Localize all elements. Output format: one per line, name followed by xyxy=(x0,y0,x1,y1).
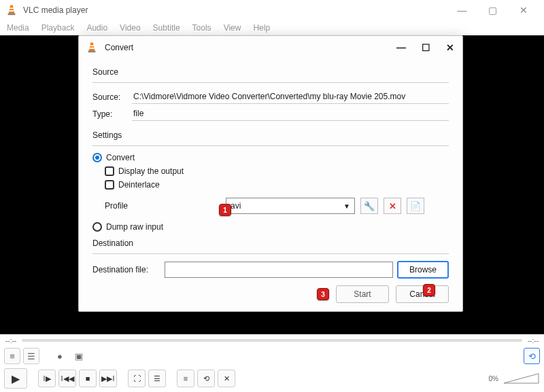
menu-media[interactable]: Media xyxy=(7,23,29,33)
svg-rect-1 xyxy=(8,14,16,16)
dialog-title: Convert xyxy=(105,43,396,52)
deinterlace-label: Deinterlace xyxy=(118,180,160,190)
profile-select[interactable]: avi ▼ xyxy=(226,198,355,214)
annotation-badge-1: 1 xyxy=(219,204,231,216)
browse-button[interactable]: Browse xyxy=(397,261,449,279)
divider xyxy=(92,145,449,146)
menu-tools[interactable]: Tools xyxy=(192,23,211,33)
main-titlebar: VLC media player — ▢ ✕ xyxy=(0,0,544,20)
time-total: --:-- xyxy=(528,337,539,344)
convert-radio-label: Convert xyxy=(106,153,135,162)
destination-section-label: Destination xyxy=(92,238,449,248)
delete-profile-button[interactable]: ✕ xyxy=(384,198,401,214)
delete-icon: ✕ xyxy=(389,201,396,211)
display-output-label: Display the output xyxy=(118,166,184,176)
snapshot-button[interactable]: ▣ xyxy=(71,348,87,364)
close-button[interactable]: ✕ xyxy=(508,1,539,20)
source-value: C:\Vidmore\Vidmore Video Converter\Conve… xyxy=(132,90,449,104)
loop-ab-button[interactable]: ⟲ xyxy=(524,348,540,364)
playlist-view-button[interactable]: ☰ xyxy=(23,348,39,364)
dump-raw-radio[interactable] xyxy=(92,222,102,232)
menubar: Media Playback Audio Video Subtitle Tool… xyxy=(0,20,544,35)
annotation-badge-2: 2 xyxy=(423,284,435,296)
minimize-button[interactable]: — xyxy=(447,1,477,20)
convert-radio[interactable] xyxy=(92,153,102,162)
vlc-cone-icon xyxy=(86,41,98,54)
cancel-button[interactable]: Cancel xyxy=(396,285,449,303)
svg-marker-4 xyxy=(504,374,539,383)
main-window-title: VLC media player xyxy=(23,5,447,15)
loop-button[interactable]: ⟲ xyxy=(197,370,215,387)
dialog-minimize-button[interactable]: — xyxy=(396,42,407,53)
start-button[interactable]: Start xyxy=(336,285,389,303)
convert-dialog: Convert — ☐ ✕ Source Source: C:\Vidmore\… xyxy=(78,35,463,312)
divider xyxy=(92,82,449,83)
type-label: Type: xyxy=(92,109,126,119)
previous-button[interactable]: I◀◀ xyxy=(58,370,76,387)
playlist-button[interactable]: ≡ xyxy=(177,370,194,387)
svg-rect-8 xyxy=(89,48,95,49)
shuffle-button[interactable]: ✕ xyxy=(218,370,235,387)
svg-rect-2 xyxy=(10,7,14,9)
time-elapsed: --:-- xyxy=(5,337,16,344)
new-profile-icon: 📄 xyxy=(410,201,421,211)
vlc-cone-icon xyxy=(5,4,18,16)
menu-help[interactable]: Help xyxy=(253,23,270,33)
dialog-close-button[interactable]: ✕ xyxy=(445,42,456,53)
profile-label: Profile xyxy=(105,201,220,211)
source-label: Source: xyxy=(92,92,126,102)
annotation-badge-3: 3 xyxy=(317,288,329,300)
frame-step-button[interactable]: I▶ xyxy=(38,370,56,387)
stop-button[interactable]: ■ xyxy=(79,370,97,387)
menu-subtitle[interactable]: Subtitle xyxy=(153,23,180,33)
display-output-checkbox[interactable] xyxy=(105,166,114,176)
svg-marker-5 xyxy=(89,43,95,52)
menu-audio[interactable]: Audio xyxy=(86,23,107,33)
chevron-down-icon: ▼ xyxy=(343,202,350,210)
edit-profile-button[interactable]: 🔧 xyxy=(360,198,378,214)
wrench-icon: 🔧 xyxy=(364,201,375,211)
playlist-toggle-button[interactable]: ≡ xyxy=(4,348,20,364)
destination-file-label: Destination file: xyxy=(92,265,160,274)
new-profile-button[interactable]: 📄 xyxy=(407,198,424,214)
extended-settings-button[interactable]: ☰ xyxy=(148,370,166,387)
divider xyxy=(92,253,449,254)
svg-marker-0 xyxy=(9,5,15,14)
record-button[interactable]: ● xyxy=(52,348,68,364)
settings-section-label: Settings xyxy=(92,130,449,140)
dialog-maximize-button[interactable]: ☐ xyxy=(420,42,431,53)
menu-view[interactable]: View xyxy=(224,23,241,33)
dump-raw-label: Dump raw input xyxy=(106,222,163,232)
svg-rect-3 xyxy=(9,10,14,12)
seek-slider[interactable] xyxy=(22,339,522,342)
profile-value: avi xyxy=(231,201,241,211)
type-value: file xyxy=(132,107,449,121)
svg-rect-7 xyxy=(90,45,94,46)
fullscreen-button[interactable]: ⛶ xyxy=(128,370,146,387)
menu-playback[interactable]: Playback xyxy=(41,23,75,33)
maximize-button[interactable]: ▢ xyxy=(477,1,508,20)
svg-rect-6 xyxy=(88,51,96,53)
source-section-label: Source xyxy=(92,67,449,77)
volume-percent: 0% xyxy=(489,375,498,382)
play-button[interactable]: ▶ xyxy=(4,368,27,389)
next-button[interactable]: ▶▶I xyxy=(99,370,117,387)
destination-file-input[interactable] xyxy=(165,262,393,278)
volume-slider[interactable] xyxy=(503,372,540,385)
deinterlace-checkbox[interactable] xyxy=(105,180,114,190)
menu-video[interactable]: Video xyxy=(120,23,140,33)
